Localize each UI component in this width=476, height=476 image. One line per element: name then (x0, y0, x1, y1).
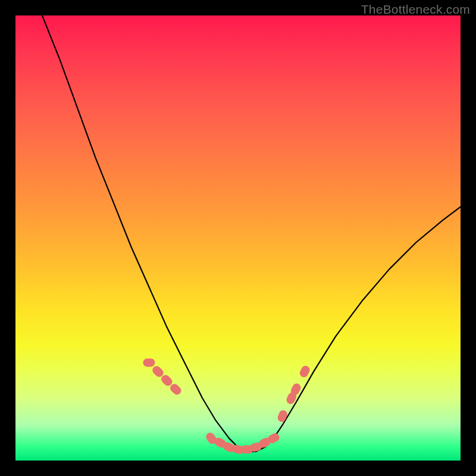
watermark-text: TheBottleneck.com (361, 2, 470, 17)
highlight-dot (298, 364, 311, 378)
highlight-dots (143, 358, 311, 455)
chart-frame: TheBottleneck.com (0, 0, 476, 476)
highlight-dot (277, 409, 289, 423)
highlight-dot (143, 358, 155, 367)
bottleneck-curve (42, 15, 461, 452)
curve-layer (15, 15, 461, 461)
plot-area (15, 15, 461, 461)
